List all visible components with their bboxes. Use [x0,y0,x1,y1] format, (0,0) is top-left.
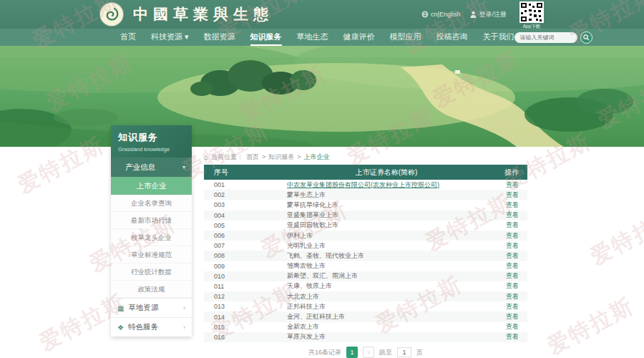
table-row: 009雏鹰农牧上市查看 [204,261,527,271]
table-row: 008飞鹤、圣牧、现代牧业上市查看 [204,251,527,261]
nav-item-模型应用[interactable]: 模型应用 [390,29,421,46]
row-action: 查看 [486,271,527,281]
pagination-page-1[interactable]: 1 [346,347,358,358]
pagination-unit: 页 [416,348,423,357]
sidebar: 知识服务 Grassland knowledge ⌂ 产业信息 ▾ 上市企业 企… [111,125,192,337]
banner-image [0,46,644,147]
row-code: 014 [204,314,287,321]
table-row: 005亚盛田园牧歌上市查看 [204,221,527,231]
row-code: 007 [204,242,287,249]
language-switch[interactable]: cn|English [421,11,460,18]
company-name: 天康、牧原上市 [287,282,332,289]
view-link[interactable]: 查看 [506,262,519,269]
row-action: 查看 [486,221,527,230]
table-row: 016草原兴发上市查看 [204,332,527,342]
row-action: 查看 [486,180,527,190]
company-name: 亚盛集团草业上市 [287,211,338,218]
view-link[interactable]: 查看 [506,252,519,259]
qr-code-image [520,2,543,22]
row-action: 查看 [486,312,527,321]
company-name: 大北农上市 [287,293,319,300]
row-action: 查看 [486,292,527,301]
table-row: 003蒙草抗旱绿化上市查看 [204,200,527,210]
view-link[interactable]: 查看 [506,211,519,218]
row-name: 光明乳业上市 [287,241,486,251]
sidebar-section-industry[interactable]: ⌂ 产业信息 ▾ [111,158,192,177]
row-action: 查看 [486,322,527,332]
nav-item-健康评价[interactable]: 健康评价 [343,29,375,46]
nav-item-关于我们[interactable]: 关于我们 [483,29,514,46]
row-code: 003 [204,201,287,208]
breadcrumb-separator: > [262,153,265,160]
view-link[interactable]: 查看 [506,242,519,249]
row-name: 中农发草业集团股份有限公司(农发种业上市控股公司) [287,180,486,190]
view-link[interactable]: 查看 [506,303,519,310]
nav-item-科技资源[interactable]: 科技资源 ▾ [151,29,189,46]
pagination-next-button[interactable]: › [363,347,374,358]
chart-icon: ▦ [117,304,124,312]
row-code: 001 [204,181,287,188]
sidebar-child-item[interactable]: 行业统计数据 [111,263,192,281]
view-link[interactable]: 查看 [506,201,519,208]
row-name: 大北农上市 [287,292,486,301]
sidebar-section-grassland-resources[interactable]: ▦ 草地资源 › [111,298,192,317]
nav-item-草地生态[interactable]: 草地生态 [297,29,328,46]
sidebar-child-item[interactable]: 企业名录查询 [111,195,192,212]
search-input[interactable] [514,32,577,43]
qr-code [519,1,544,23]
search-button[interactable] [580,32,592,44]
view-link[interactable]: 查看 [506,232,519,239]
row-code: 015 [204,324,287,331]
company-name: 金河、正虹科技上市 [287,313,345,320]
pagination-jump-input[interactable]: 1 [397,347,411,357]
breadcrumb-separator: > [297,153,301,160]
company-name: 伊利上市 [287,232,313,239]
view-link[interactable]: 查看 [506,293,519,300]
nav-item-投稿咨询[interactable]: 投稿咨询 [436,29,468,46]
table-row: 015金新农上市查看 [204,322,527,332]
breadcrumb-item-knowledge[interactable]: 知识服务 [268,153,294,162]
row-name: 草原兴发上市 [287,332,486,342]
site-logo[interactable] [100,3,123,26]
company-name: 蒙草抗旱绿化上市 [287,201,338,208]
login-link[interactable]: 登录/注册 [470,10,507,19]
view-link[interactable]: 查看 [506,221,519,228]
sidebar-child-item[interactable]: 政策法规 [111,281,192,298]
view-link[interactable]: 查看 [506,282,519,289]
nav-item-数据资源[interactable]: 数据资源 [204,29,235,46]
globe-icon [421,11,429,18]
row-code: 008 [204,252,287,259]
sidebar-subtitle: Grassland knowledge [118,146,185,153]
view-link[interactable]: 查看 [506,333,519,340]
breadcrumb: ⌂ 当前位置： 首页 > 知识服务 > 上市企业 [204,152,527,162]
sidebar-section-featured-services[interactable]: ❖ 特色服务 › [111,317,192,337]
row-code: 004 [204,212,287,219]
company-name-link[interactable]: 中农发草业集团股份有限公司(农发种业上市控股公司) [287,181,439,188]
view-link[interactable]: 查看 [506,323,519,330]
sidebar-child-item[interactable]: 最新市场行情 [111,212,192,229]
pagination-total: 共16条记录 [308,348,341,357]
main-content: ⌂ 当前位置： 首页 > 知识服务 > 上市企业 序号 上市证券名称(简称) 操… [204,152,527,358]
company-name: 光明乳业上市 [287,242,326,249]
sidebar-child-item[interactable]: 草业标准规范 [111,246,192,263]
sidebar-header: 知识服务 Grassland knowledge [111,125,192,158]
sidebar-child-item[interactable]: 牧草龙头企业 [111,229,192,246]
company-name: 飞鹤、圣牧、现代牧业上市 [287,252,364,259]
nav-item-知识服务[interactable]: 知识服务 [250,29,282,46]
row-action: 查看 [486,332,527,342]
table-row: 013正邦科技上市查看 [204,301,527,311]
view-link[interactable]: 查看 [506,313,519,320]
location-icon: ⌂ [204,153,208,161]
view-link[interactable]: 查看 [506,272,519,279]
table-row: 006伊利上市查看 [204,231,527,241]
view-link[interactable]: 查看 [506,181,519,188]
breadcrumb-item-home[interactable]: 首页 [246,153,259,162]
site-header: 中國草業與生態 cn|English 登录/注册 [0,0,644,29]
nav-item-首页[interactable]: 首页 [120,29,136,46]
company-name: 金新农上市 [287,323,319,330]
watermark-text: 爱特拉斯 [585,201,644,271]
view-link[interactable]: 查看 [506,191,519,198]
sidebar-item-listed-companies[interactable]: 上市企业 [111,177,192,195]
table-row: 004亚盛集团草业上市查看 [204,211,527,221]
language-label: cn|English [431,11,460,18]
